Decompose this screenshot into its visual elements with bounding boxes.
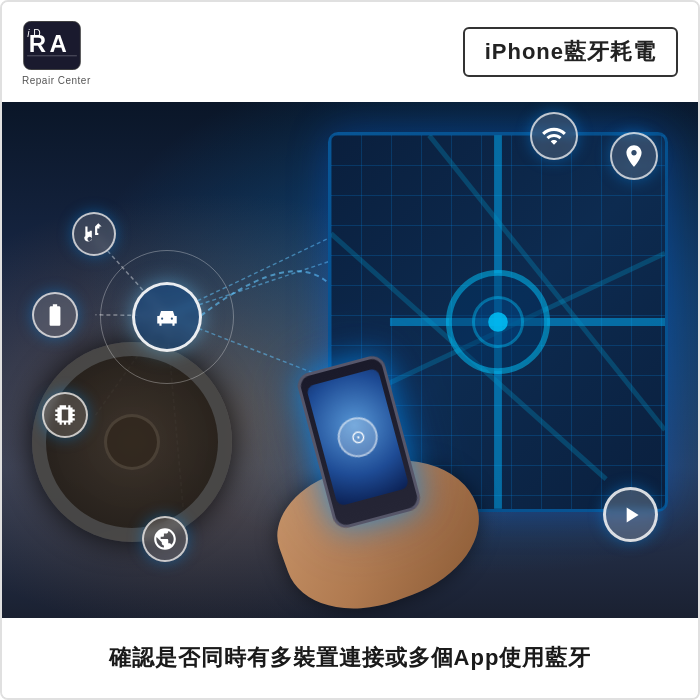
svg-text:A: A xyxy=(49,30,66,57)
car-svg xyxy=(154,304,180,330)
logo-text: Repair Center xyxy=(22,75,91,86)
footer-text: 確認是否同時有多裝置連接或多個App使用藍牙 xyxy=(109,643,592,673)
globe-svg xyxy=(152,526,178,552)
logo-area: R A i D Repair Center xyxy=(22,18,91,86)
chip-svg xyxy=(52,402,78,428)
battery-icon-float xyxy=(32,292,78,338)
svg-point-15 xyxy=(488,312,508,332)
brand-logo: R A i D xyxy=(22,18,82,73)
page-title: iPhone藍牙耗電 xyxy=(463,27,678,77)
play-svg xyxy=(618,502,644,528)
car-icon xyxy=(132,282,202,352)
location-icon-float xyxy=(610,132,658,180)
chip-icon-float xyxy=(42,392,88,438)
wifi-svg xyxy=(541,123,567,149)
header: R A i D Repair Center iPhone藍牙耗電 xyxy=(2,2,698,102)
wifi-icon-float xyxy=(530,112,578,160)
usb-svg xyxy=(81,221,107,247)
globe-icon-float xyxy=(142,516,188,562)
hero-image: ⊙ xyxy=(2,102,698,622)
play-icon-float xyxy=(603,487,658,542)
footer: 確認是否同時有多裝置連接或多個App使用藍牙 xyxy=(2,618,698,698)
main-container: R A i D Repair Center iPhone藍牙耗電 xyxy=(0,0,700,700)
location-svg xyxy=(621,143,647,169)
usb-icon-float xyxy=(72,212,116,256)
svg-text:D: D xyxy=(33,28,40,39)
phone-screen-display: ⊙ xyxy=(333,413,382,462)
battery-svg xyxy=(42,302,68,328)
